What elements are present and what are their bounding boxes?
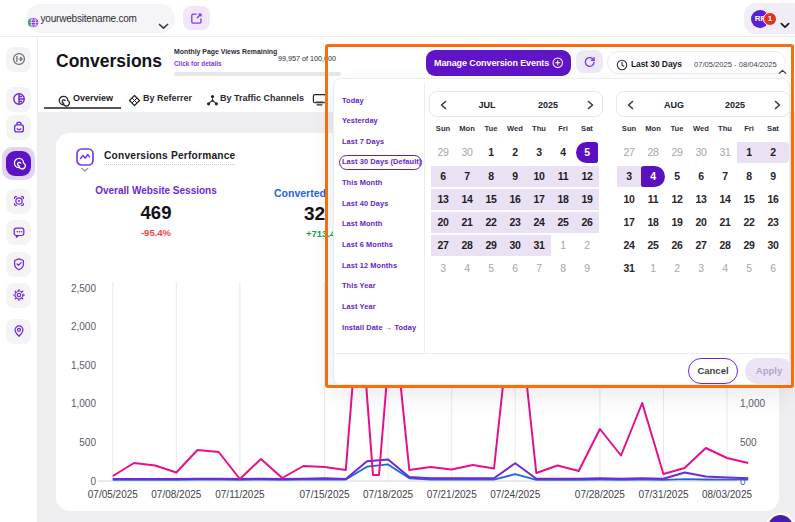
svg-text:07/28/2025: 07/28/2025 <box>575 489 625 500</box>
svg-text:07/21/2025: 07/21/2025 <box>427 489 477 500</box>
svg-text:500: 500 <box>740 437 757 448</box>
svg-text:07/11/2025: 07/11/2025 <box>215 489 265 500</box>
svg-text:1,000: 1,000 <box>71 398 96 409</box>
svg-text:2,500: 2,500 <box>71 283 96 294</box>
svg-text:2,000: 2,000 <box>71 321 96 332</box>
svg-text:08/03/2025: 08/03/2025 <box>702 489 752 500</box>
svg-text:0: 0 <box>90 476 96 487</box>
svg-text:07/24/2025: 07/24/2025 <box>490 489 540 500</box>
svg-text:1,000: 1,000 <box>740 398 765 409</box>
svg-text:500: 500 <box>79 437 96 448</box>
svg-text:07/31/2025: 07/31/2025 <box>638 489 688 500</box>
svg-text:1,500: 1,500 <box>71 360 96 371</box>
svg-text:07/18/2025: 07/18/2025 <box>363 489 413 500</box>
svg-text:07/15/2025: 07/15/2025 <box>300 489 350 500</box>
svg-text:07/08/2025: 07/08/2025 <box>151 489 201 500</box>
svg-text:07/05/2025: 07/05/2025 <box>88 489 138 500</box>
